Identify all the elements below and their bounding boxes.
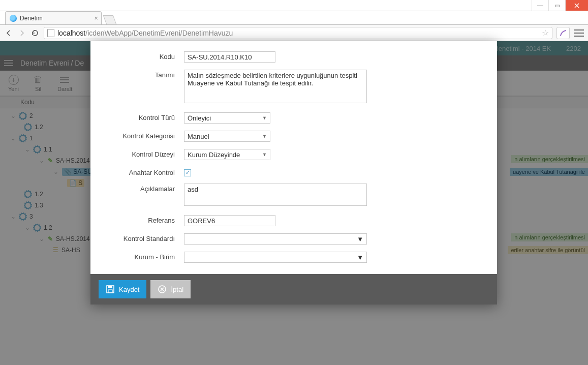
kontrol-turu-label: Kontrol Türü xyxy=(103,112,184,121)
tanimi-textarea[interactable]: Malın sözleşmede belirtilen kriterlere u… xyxy=(184,70,367,103)
kodu-input[interactable] xyxy=(184,51,275,63)
svg-rect-3 xyxy=(108,286,112,288)
browser-tab[interactable]: Denetim × xyxy=(5,11,102,24)
chevron-down-icon: ▼ xyxy=(262,152,267,157)
back-button[interactable] xyxy=(4,28,13,38)
kodu-label: Kodu xyxy=(103,51,184,60)
bookmark-icon[interactable]: ☆ xyxy=(542,28,549,38)
standart-label: Kontrol Standardı xyxy=(103,233,184,242)
kontrol-kategorisi-select[interactable]: Manuel▼ xyxy=(184,131,270,142)
window-titlebar: — ▭ xyxy=(0,0,588,11)
cancel-label: İptal xyxy=(171,286,183,293)
standart-select[interactable]: ▼ xyxy=(184,233,367,245)
url-host: localhost xyxy=(57,29,85,37)
tanimi-label: Tanımı xyxy=(103,70,184,79)
kontrol-duzeyi-label: Kontrol Düzeyi xyxy=(103,149,184,158)
page-icon xyxy=(47,29,54,37)
aciklama-label: Açıklamalar xyxy=(103,184,184,193)
kontrol-kategorisi-label: Kontrol Kategorisi xyxy=(103,131,184,140)
save-icon xyxy=(106,285,115,294)
kurum-label: Kurum - Birim xyxy=(103,252,184,261)
close-icon xyxy=(574,3,579,8)
chevron-down-icon: ▼ xyxy=(262,134,267,139)
tab-title: Denetim xyxy=(20,15,43,22)
url-path: /icdenWebApp/DenetimEvreni/DenetimHavuzu xyxy=(85,29,233,37)
save-button[interactable]: Kaydet xyxy=(99,280,146,298)
tab-close-icon[interactable]: × xyxy=(94,14,98,22)
kontrol-turu-select[interactable]: Önleyici▼ xyxy=(184,112,270,124)
anahtar-checkbox[interactable]: ✓ xyxy=(184,169,191,176)
kurum-select[interactable]: ▼ xyxy=(184,252,367,263)
chevron-down-icon: ▼ xyxy=(357,254,363,261)
chevron-down-icon: ▼ xyxy=(262,115,267,120)
referans-label: Referans xyxy=(103,215,184,224)
chevron-down-icon: ▼ xyxy=(357,235,363,243)
edit-dialog: Kodu Tanımı Malın sözleşmede belirtilen … xyxy=(90,41,497,305)
address-bar[interactable]: localhost/icdenWebApp/DenetimEvreni/Dene… xyxy=(44,27,552,39)
forward-button[interactable] xyxy=(17,28,26,38)
window-maximize-button[interactable]: ▭ xyxy=(548,0,565,11)
favicon-icon xyxy=(10,15,17,22)
browser-toolbar: localhost/icdenWebApp/DenetimEvreni/Dene… xyxy=(0,25,588,41)
chrome-menu-button[interactable] xyxy=(574,29,584,37)
save-label: Kaydet xyxy=(119,286,139,293)
browser-tabstrip: Denetim × xyxy=(0,11,588,25)
reload-button[interactable] xyxy=(30,28,40,38)
svg-rect-4 xyxy=(108,290,112,293)
window-minimize-button[interactable]: — xyxy=(532,0,548,11)
new-tab-button[interactable] xyxy=(103,15,117,24)
dialog-footer: Kaydet İptal xyxy=(90,274,497,305)
kontrol-duzeyi-select[interactable]: Kurum Düzeyinde▼ xyxy=(184,149,270,160)
aciklama-textarea[interactable]: asd xyxy=(184,184,367,206)
anahtar-label: Anahtar Kontrol xyxy=(103,167,184,176)
referans-input[interactable] xyxy=(184,215,275,226)
window-close-button[interactable] xyxy=(565,0,588,11)
cancel-button[interactable]: İptal xyxy=(150,280,191,298)
app-shell: Gelen (0) Gönderilen (0) politika belges… xyxy=(0,41,588,365)
cancel-icon xyxy=(158,285,167,294)
extension-button[interactable] xyxy=(556,27,570,39)
